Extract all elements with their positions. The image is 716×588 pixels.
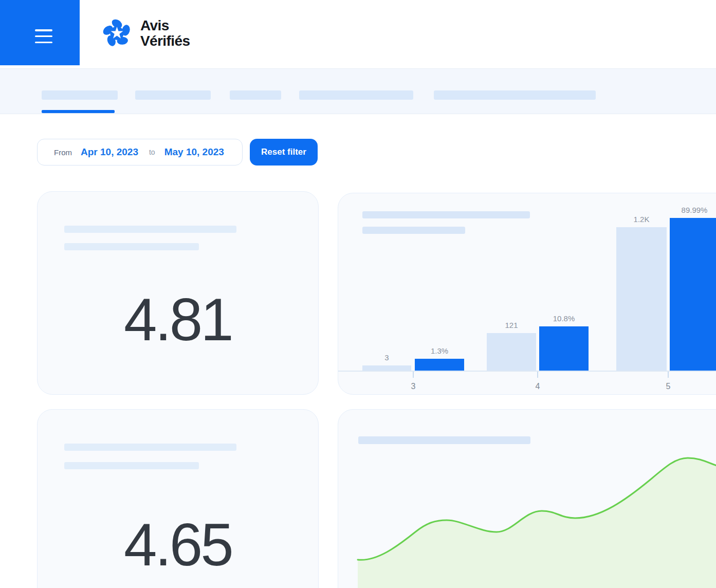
date-range-picker[interactable]: From Apr 10, 2023 to May 10, 2023	[37, 139, 243, 166]
trend-card	[338, 409, 716, 588]
rating-card-bottom: 4.65	[37, 409, 319, 588]
start-date[interactable]: Apr 10, 2023	[81, 146, 138, 158]
rating-card-top: 4.81	[37, 191, 319, 395]
end-date[interactable]: May 10, 2023	[164, 146, 224, 158]
svg-text:1.3%: 1.3%	[431, 346, 448, 355]
brand-name: Avis Vérifiés	[140, 18, 190, 49]
card-title-placeholder	[64, 226, 236, 233]
menu-button[interactable]	[0, 0, 80, 65]
rating-value-top: 4.81	[38, 285, 318, 354]
svg-text:121: 121	[505, 321, 518, 329]
svg-text:1.2K: 1.2K	[634, 215, 650, 224]
bar-chart: 31.3%12110.8%1.2K89.99%345	[338, 193, 716, 395]
card-title-placeholder	[64, 444, 236, 451]
to-label: to	[149, 148, 155, 156]
svg-text:89.99%: 89.99%	[682, 206, 708, 214]
card-subtitle-placeholder	[64, 462, 199, 469]
svg-text:3: 3	[411, 382, 416, 391]
nav-tab-3[interactable]	[230, 90, 281, 100]
nav-tab-5[interactable]	[434, 90, 596, 100]
nav-tab-4[interactable]	[299, 90, 413, 100]
svg-text:3: 3	[384, 353, 389, 362]
rating-value-bottom: 4.65	[38, 510, 318, 579]
from-label: From	[54, 148, 72, 157]
nav-tab-1[interactable]	[42, 90, 118, 100]
svg-text:5: 5	[666, 382, 671, 391]
svg-text:10.8%: 10.8%	[553, 314, 575, 323]
nav-tab-2[interactable]	[135, 90, 211, 100]
distribution-card: 31.3%12110.8%1.2K89.99%345	[338, 193, 716, 395]
card-subtitle-placeholder	[64, 243, 199, 250]
header: Avis Vérifiés	[0, 0, 716, 65]
hamburger-icon	[35, 29, 52, 43]
star-pinwheel-icon	[101, 17, 133, 49]
brand-logo: Avis Vérifiés	[101, 17, 190, 49]
reset-filter-button[interactable]: Reset filter	[250, 139, 318, 166]
active-tab-underline	[42, 110, 115, 113]
area-chart	[338, 410, 716, 588]
nav-tabs	[0, 68, 716, 114]
svg-text:4: 4	[536, 382, 540, 391]
